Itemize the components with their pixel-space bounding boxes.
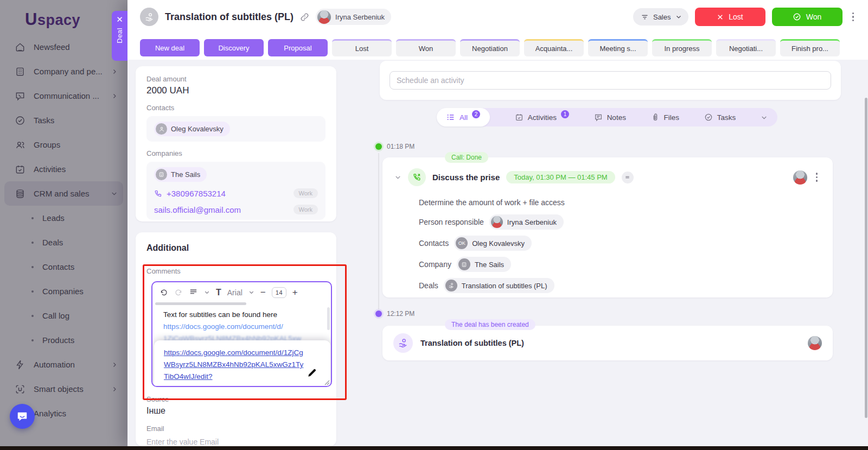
stage-discovery[interactable]: Discovery [204,39,264,56]
company-chip[interactable]: The Sails [154,167,207,182]
won-button[interactable]: Won [772,8,843,26]
deal-created-badge: The deal has been created [445,319,535,330]
activity-title[interactable]: Discuss the prise [432,173,500,182]
tab-files[interactable]: Files [651,113,680,122]
chevron-down-icon[interactable] [204,289,210,295]
tab-activities[interactable]: Activities 1 [515,113,569,122]
tab-notes[interactable]: Notes [594,113,626,122]
company-name: The Sails [171,170,200,179]
chevron-right-icon [111,386,118,392]
phone-number: +380967853214 [167,189,226,198]
contact-chip[interactable]: OK Oleg Kovalevsky [454,236,532,251]
owner-name: Iryna Serbeniuk [335,13,385,21]
stage-won[interactable]: Won [396,39,456,56]
sidebar-item-label: Communication ... [34,91,99,100]
deal-amount-value[interactable]: 2000 UAH [146,85,326,96]
email-link[interactable]: sails.official@gmail.com [154,205,241,214]
sidebar-item-newsfeed[interactable]: Newsfeed [0,35,127,59]
stage-negotiation[interactable]: Negotiation [460,39,520,56]
tab-label: All [459,113,468,122]
stage-proposal[interactable]: Proposal [268,39,328,56]
field-label: Deals [419,281,438,290]
sidebar-subitem-contacts[interactable]: Contacts [0,255,127,279]
deal-panel-tab[interactable]: ✕ Deal [112,11,127,61]
redo-icon[interactable] [174,288,183,297]
deal-title: Translation of subtitles (PL) [165,11,293,23]
chip-label: Translation of subtitles (PL) [462,282,547,290]
copy-link-icon[interactable] [300,12,309,22]
edit-pencil-icon[interactable] [307,367,317,378]
lost-button[interactable]: Lost [695,8,765,26]
more-menu-icon[interactable] [849,10,858,24]
deal-created-title[interactable]: Translation of subtitles (PL) [420,339,524,347]
tab-all[interactable]: All 2 [437,108,490,126]
sidebar-subitem-companies[interactable]: Companies [0,279,127,303]
text-format-icon[interactable]: T [216,288,221,297]
stage-lost[interactable]: Lost [332,39,392,56]
schedule-activity-input[interactable] [390,71,831,90]
chevron-down-icon[interactable] [394,174,401,181]
building-icon [14,66,26,78]
support-chat-button[interactable] [10,404,35,429]
contact-chip[interactable]: Oleg Kovalevsky [154,122,230,136]
chevron-down-icon[interactable] [248,289,254,295]
font-smaller-button[interactable]: − [260,288,266,297]
sidebar-item-crm-and-sales[interactable]: CRM and sales [4,181,123,206]
sidebar-subitem-products[interactable]: Products [0,328,127,352]
tab-tasks[interactable]: Tasks [704,113,736,122]
sidebar-item-activities[interactable]: Activities [0,157,127,181]
sidebar-item-communication[interactable]: Communication ... [0,84,127,108]
stage-acquaintance[interactable]: Acquainta... [524,39,584,56]
sidebar-item-tasks[interactable]: Tasks [0,108,127,132]
stage-new-deal[interactable]: New deal [140,39,200,56]
window-bottom-edge [0,446,868,450]
chevron-down-icon[interactable] [761,114,768,121]
person-chip[interactable]: Iryna Serbeniuk [489,214,564,230]
uspacy-logo[interactable]: Uspacy [0,0,127,35]
stage-negotiation-2[interactable]: Negotiati... [716,39,776,56]
sidebar-item-automation[interactable]: Automation [0,352,127,377]
stage-in-progress[interactable]: In progress [652,39,712,56]
activity-menu-icon[interactable] [813,170,821,184]
font-bigger-button[interactable]: + [292,288,298,297]
comments-editor[interactable]: T Arial − 14 + Text for subtitles can be… [151,281,332,387]
sidebar-subitem-leads[interactable]: Leads [0,206,127,230]
font-size-value[interactable]: 14 [272,287,286,298]
company-chip[interactable]: The Sails [457,257,511,272]
page-scrollbar[interactable] [865,98,867,418]
popup-link[interactable]: https://docs.google.com/document/d/1ZjCg… [164,347,304,383]
funnel-selector[interactable]: Sales [633,8,688,26]
tab-label: Activities [528,113,557,122]
app-screen: Uspacy Newsfeed Company and pe... Commun… [0,0,868,450]
sidebar-item-groups[interactable]: Groups [0,132,127,157]
sidebar-subitem-deals[interactable]: Deals [0,230,127,255]
sidebar-item-company-and-people[interactable]: Company and pe... [0,59,127,84]
stage-meeting[interactable]: Meeting s... [588,39,648,56]
sidebar-item-smart-objects[interactable]: Smart objects [0,377,127,401]
source-value[interactable]: Інше [146,406,165,416]
timeline-dot-purple [375,310,382,317]
field-label: Contacts [419,239,449,248]
activity-description: Determine the amount of work + file acce… [419,198,821,207]
editor-link-line[interactable]: https://docs.google.com/document/d/ [163,321,324,333]
close-icon[interactable]: ✕ [116,15,123,23]
details-icon[interactable] [622,172,634,183]
editor-vscrollbar[interactable] [327,307,330,330]
undo-icon[interactable] [159,288,168,297]
deal-icon [393,333,413,353]
editor-content[interactable]: Text for subtitles can be found here htt… [152,305,331,345]
resize-handle-icon[interactable] [324,380,330,385]
email-field-placeholder[interactable]: Enter the value Email [146,438,219,446]
sidebar-subitem-call-log[interactable]: Call log [0,303,127,328]
stage-finish[interactable]: Finish pro... [780,39,840,56]
creator-avatar [808,336,822,350]
contacts-box: Oleg Kovalevsky [146,116,326,142]
owner-chip[interactable]: Iryna Serbeniuk [316,9,391,25]
font-name[interactable]: Arial [227,288,242,297]
phone-link[interactable]: +380967853214 [154,189,226,198]
funnel-label: Sales [653,13,671,21]
deal-chip[interactable]: Translation of subtitles (PL) [444,278,554,293]
timeline-rail [378,153,379,309]
won-label: Won [806,12,822,21]
align-icon[interactable] [189,288,198,297]
